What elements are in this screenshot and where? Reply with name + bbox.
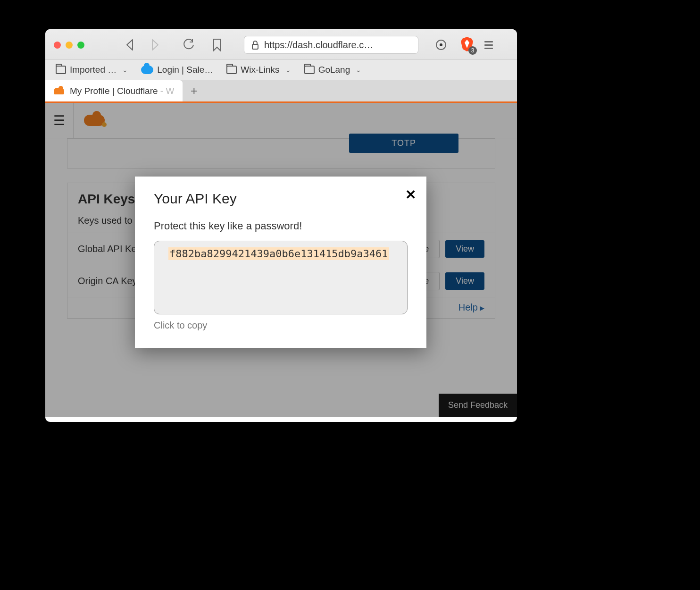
cloudflare-favicon bbox=[54, 88, 64, 94]
new-tab-button[interactable]: + bbox=[183, 80, 205, 101]
lock-icon bbox=[251, 40, 259, 50]
chevron-down-icon: ⌄ bbox=[285, 66, 291, 74]
browser-chrome-toolbar: https://dash.cloudflare.c… 3 bbox=[45, 29, 517, 60]
brave-icon[interactable]: 3 bbox=[460, 36, 474, 54]
modal-subtitle: Protect this key like a password! bbox=[154, 220, 408, 232]
shields-icon[interactable] bbox=[433, 39, 450, 51]
folder-icon bbox=[226, 66, 237, 74]
api-key-modal: ✕ Your API Key Protect this key like a p… bbox=[135, 177, 426, 348]
folder-icon bbox=[56, 66, 66, 74]
bookmark-label: Login | Sale… bbox=[157, 65, 213, 75]
api-key-value: f882ba8299421439a0b6e131415db9a3461 bbox=[168, 247, 389, 260]
bookmark-label: Imported … bbox=[70, 65, 117, 75]
bookmark-label: Wix-Links bbox=[241, 65, 279, 75]
brave-badge: 3 bbox=[468, 46, 477, 55]
tab-bar: My Profile | Cloudflare - W + bbox=[45, 80, 517, 103]
url-text: https://dash.cloudflare.c… bbox=[264, 40, 373, 51]
svg-point-2 bbox=[440, 43, 442, 46]
bookmark-folder-golang[interactable]: GoLang ⌄ bbox=[304, 65, 362, 75]
bookmark-login-salesforce[interactable]: Login | Sale… bbox=[141, 65, 213, 75]
chevron-down-icon: ⌄ bbox=[122, 66, 128, 74]
chevron-down-icon: ⌄ bbox=[356, 66, 361, 74]
browser-window: https://dash.cloudflare.c… 3 Imported … … bbox=[45, 29, 517, 422]
close-icon[interactable]: ✕ bbox=[405, 187, 416, 202]
bookmarks-bar: Imported … ⌄ Login | Sale… Wix-Links ⌄ G… bbox=[45, 60, 517, 80]
svg-rect-0 bbox=[252, 44, 258, 49]
tab-my-profile[interactable]: My Profile | Cloudflare - W bbox=[45, 80, 183, 101]
modal-title: Your API Key bbox=[154, 191, 408, 207]
copy-hint: Click to copy bbox=[154, 320, 408, 331]
bookmark-folder-imported[interactable]: Imported … ⌄ bbox=[56, 65, 128, 75]
nav-buttons bbox=[122, 39, 163, 51]
reload-button[interactable] bbox=[180, 39, 198, 51]
window-controls bbox=[54, 42, 84, 49]
folder-icon bbox=[304, 66, 315, 74]
browser-menu-button[interactable] bbox=[484, 41, 493, 49]
minimize-window-button[interactable] bbox=[66, 42, 73, 49]
cloud-icon bbox=[141, 66, 153, 74]
maximize-window-button[interactable] bbox=[77, 42, 84, 49]
bookmark-label: GoLang bbox=[318, 65, 350, 75]
close-window-button[interactable] bbox=[54, 42, 61, 49]
address-bar[interactable]: https://dash.cloudflare.c… bbox=[244, 36, 418, 54]
api-key-box[interactable]: f882ba8299421439a0b6e131415db9a3461 bbox=[154, 241, 408, 314]
tab-title: My Profile | Cloudflare - W bbox=[70, 86, 174, 96]
bookmark-folder-wixlinks[interactable]: Wix-Links ⌄ bbox=[226, 65, 291, 75]
forward-button[interactable] bbox=[147, 39, 163, 51]
reload-bookmark-group bbox=[180, 38, 225, 51]
back-button[interactable] bbox=[122, 39, 138, 51]
bookmark-button[interactable] bbox=[209, 38, 225, 51]
toolbar-right-icons: 3 bbox=[433, 36, 493, 54]
